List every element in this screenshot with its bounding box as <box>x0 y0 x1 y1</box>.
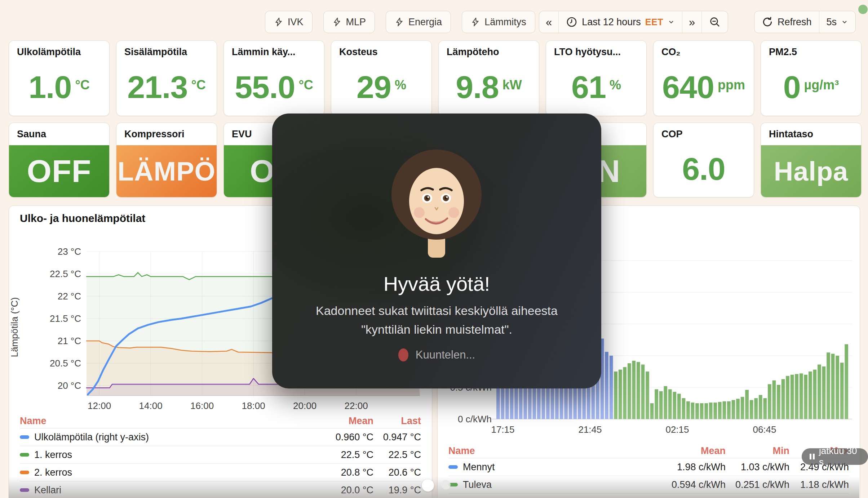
price-bar-tuleva <box>795 374 798 419</box>
price-bar-tuleva <box>845 344 848 419</box>
y-tick-label: 21 °C <box>58 335 81 346</box>
modal-message-line: "kynttilän liekin muistelmat". <box>272 323 601 337</box>
legend-header-name[interactable]: Name <box>448 445 659 457</box>
price-bar-tuleva <box>768 384 771 419</box>
legend-row: 1. kerros22.5 °C22.5 °C <box>20 446 421 463</box>
x-tick-label: 17:15 <box>491 424 514 435</box>
chevron-down-icon <box>841 18 848 26</box>
legend-label: Mennyt <box>463 462 495 473</box>
price-bar-tuleva <box>827 352 830 419</box>
price-bar-tuleva <box>682 398 686 419</box>
legend-series-name[interactable]: Kellari <box>20 485 312 496</box>
x-tick-label: 12:00 <box>88 400 111 411</box>
price-bar-tuleva <box>831 354 835 419</box>
price-bar-tuleva <box>713 403 717 419</box>
legend-series-name[interactable]: 1. kerros <box>20 449 312 461</box>
refresh-interval-value: 5s <box>827 17 837 28</box>
price-legend: NameMeanMinMaxMennyt1.98 c/kWh1.03 c/kWh… <box>448 444 849 494</box>
timezone-label: EET <box>645 17 663 27</box>
legend-header-mean[interactable]: Mean <box>312 415 373 427</box>
time-range-button[interactable]: Last 12 hours EET <box>558 11 682 33</box>
legend-header-mean[interactable]: Mean <box>659 445 726 457</box>
price-bar-tuleva <box>695 403 699 419</box>
legend-series-name[interactable]: 2. kerros <box>20 467 312 478</box>
time-forward-button[interactable]: » <box>682 11 701 33</box>
refresh-label: Refresh <box>778 17 812 28</box>
stat-panel-ulkol-mp-tila: Ulkolämpötila1.0°C <box>9 40 110 116</box>
zoom-out-button[interactable] <box>701 11 728 33</box>
zoom-out-icon <box>709 16 721 28</box>
legend-value: 0.251 c/kWh <box>726 479 789 490</box>
price-bar-tuleva <box>736 399 740 419</box>
refresh-button[interactable]: Refresh <box>754 11 819 33</box>
price-bar-tuleva <box>677 394 681 419</box>
price-bar-tuleva <box>763 398 767 419</box>
legend-swatch <box>20 471 29 474</box>
legend-series-name[interactable]: Mennyt <box>448 462 659 473</box>
continue-toast[interactable]: jatkuu 30 s <box>802 448 868 465</box>
legend-header-min[interactable]: Min <box>726 445 789 457</box>
price-bar-tuleva <box>727 401 731 419</box>
stat-unit: µg/m³ <box>804 77 839 93</box>
stat-panel-sis-l-mp-tila: Sisälämpötila21.3°C <box>116 40 217 116</box>
stat-number: 9.8 <box>456 69 499 106</box>
bolt-icon <box>332 17 342 27</box>
drag-handle-dot[interactable] <box>422 479 434 492</box>
stat-number: 61 <box>571 69 606 106</box>
toast-label: jatkuu 30 s <box>819 445 860 468</box>
legend-row: Kellari20.0 °C19.9 °C <box>20 481 421 498</box>
stat-title: LTO hyötysu... <box>554 46 621 58</box>
stat-number: 0 <box>783 69 801 106</box>
x-tick-label: 02:15 <box>665 424 689 435</box>
state-value-block: LÄMPÖ <box>116 145 217 197</box>
chevron-down-icon <box>668 18 675 26</box>
avatar-blush <box>414 207 425 218</box>
refresh-icon <box>762 16 773 28</box>
legend-series-name[interactable]: Ulkolämpötila (right y-axis) <box>20 432 312 443</box>
chevrons-left-icon: « <box>546 17 552 28</box>
price-bar-tuleva <box>732 400 735 419</box>
price-bar-tuleva <box>655 389 658 419</box>
dashboard-button-label: IVK <box>288 17 304 28</box>
price-bar-tuleva <box>750 400 753 419</box>
dashboard-button-mlp[interactable]: MLP <box>323 11 375 33</box>
status-indicator-dot <box>858 5 868 14</box>
legend-series-name[interactable]: Tuleva <box>448 479 659 490</box>
stat-title: EVU <box>232 129 252 140</box>
price-bar-tuleva <box>813 370 817 419</box>
chevrons-right-icon: » <box>689 17 695 28</box>
legend-header-last[interactable]: Last <box>373 415 421 427</box>
refresh-interval-dropdown[interactable]: 5s <box>819 11 856 33</box>
bolt-icon <box>471 17 480 27</box>
dashboard-button-energia[interactable]: Energia <box>386 11 451 33</box>
y-axis-label: Lämpötila (°C) <box>9 297 20 357</box>
stat-title: PM2.5 <box>769 46 797 58</box>
drag-handle-dot[interactable] <box>441 480 451 489</box>
price-bar-tuleva <box>628 363 631 419</box>
stat-value: 9.8kW <box>439 65 539 110</box>
stat-value: 29% <box>331 65 431 110</box>
price-bar-tuleva <box>691 403 695 419</box>
stat-title: Ulkolämpötila <box>17 46 81 58</box>
x-tick-label: 16:00 <box>190 400 214 411</box>
stat-panel-lto-hy-tysu-: LTO hyötysu...61% <box>546 40 647 116</box>
avatar-blush <box>448 207 459 218</box>
price-bar-tuleva <box>836 356 839 419</box>
assistant-avatar <box>390 148 483 263</box>
price-bar-mennyt <box>610 356 613 419</box>
price-bar-tuleva <box>686 401 690 419</box>
stat-panel-pm2-5: PM2.50µg/m³ <box>761 40 862 116</box>
legend-header-row: NameMeanMinMax <box>448 444 849 458</box>
legend-label: 1. kerros <box>34 449 72 461</box>
dashboard-button-lämmitys[interactable]: Lämmitys <box>462 11 535 33</box>
dashboard-button-ivk[interactable]: IVK <box>265 11 313 33</box>
price-bar-tuleva <box>650 403 654 419</box>
legend-header-name[interactable]: Name <box>20 415 312 427</box>
assistant-modal: Hyvää yötä! Kadonneet sukat twiittasi ke… <box>272 114 601 388</box>
legend-label: Ulkolämpötila (right y-axis) <box>34 432 149 443</box>
x-tick-label: 14:00 <box>139 400 163 411</box>
stat-title: Sauna <box>17 129 46 140</box>
legend-value: 22.5 °C <box>312 449 373 461</box>
x-tick-label: 22:00 <box>345 400 368 411</box>
time-back-button[interactable]: « <box>539 11 558 33</box>
